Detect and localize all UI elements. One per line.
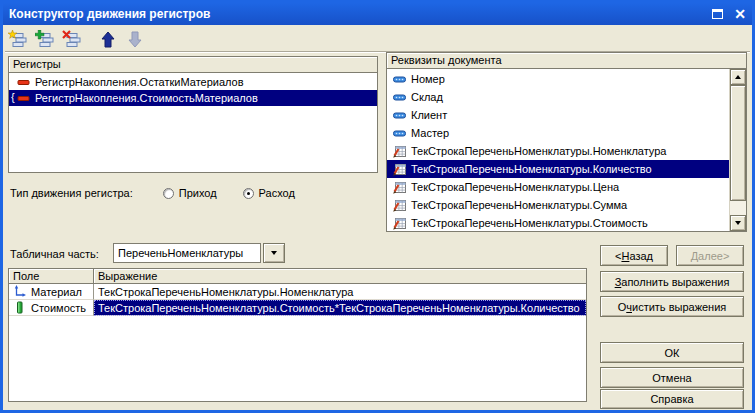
current-register-marker: { [11,91,15,103]
dialog-window: Конструктор движения регистров ✕ Регистр… [0,0,755,413]
attribute-icon [393,109,406,122]
radio-label: Приход [179,187,217,199]
column-header-field: Поле [9,269,94,283]
dropdown-arrow-icon [271,251,277,255]
move-down-icon [123,30,147,50]
maximize-icon[interactable] [712,9,723,19]
expression-text: ТекСтрокаПереченьНоменклатуры.Стоимость*… [98,302,580,314]
list-item-label: РегистрНакопления.СтоимостьМатериалов [35,92,258,104]
accumulation-register-icon [17,92,30,105]
movement-type-row: Тип движения регистра: ПриходРасход [10,187,295,199]
list-item[interactable]: ТекСтрокаПереченьНоменклатуры.Цена [387,178,729,196]
tabular-section-label: Табличная часть: [10,248,99,260]
clear-button[interactable]: Очистить выражения [600,296,744,317]
dimension-icon [13,285,26,298]
column-header-expression: Выражение [94,269,586,283]
cancel-button[interactable]: Отмена [600,367,744,388]
tabular-section-combo-value[interactable]: ПереченьНоменклатуры [113,243,261,263]
delete-register-icon[interactable] [62,30,86,50]
registers-panel-header: Регистры [8,56,378,73]
attributes-panel-header: Реквизиты документа [386,52,747,69]
new-register-icon[interactable] [8,30,32,50]
list-item-label: РегистрНакопления.ОстаткиМатериалов [35,76,244,88]
list-item-label: Склад [411,91,443,103]
document-attributes-panel: Реквизиты документа НомерСкладКлиентМаст… [386,52,747,232]
expressions-table: Поле Выражение МатериалТекСтрокаПеречень… [8,268,587,402]
list-item-label: Мастер [411,127,449,139]
expression-cell[interactable]: ТекСтрокаПереченьНоменклатуры.Стоимость*… [94,300,586,316]
toolbar [8,29,147,51]
radio-label: Расход [259,187,295,199]
list-item-label: Клиент [411,109,447,121]
window-title: Конструктор движения регистров [9,7,712,21]
triangle-up-icon [735,75,741,79]
expression-text: ТекСтрокаПереченьНоменклатуры.Номенклату… [98,286,353,298]
field-cell[interactable]: Материал [9,284,94,300]
field-name: Стоимость [31,302,86,314]
list-item[interactable]: {РегистрНакопления.СтоимостьМатериалов [9,90,377,106]
radio-option[interactable]: Расход [243,187,295,199]
next-button: Далее> [676,245,744,266]
list-item-label: ТекСтрокаПереченьНоменклатуры.Сумма [411,199,627,211]
table-row[interactable]: МатериалТекСтрокаПереченьНоменклатуры.Но… [9,284,586,300]
field-cell[interactable]: Стоимость [9,300,94,316]
scrollbar-thumb[interactable] [730,85,746,201]
table-attribute-icon [393,217,406,230]
close-icon[interactable]: ✕ [734,7,746,21]
table-attribute-icon [393,163,406,176]
list-item[interactable]: Склад [387,88,729,106]
list-item[interactable]: РегистрНакопления.ОстаткиМатериалов [9,74,377,90]
list-item[interactable]: Мастер [387,124,729,142]
list-item-label: ТекСтрокаПереченьНоменклатуры.Стоимость [411,217,648,229]
table-row[interactable]: СтоимостьТекСтрокаПереченьНоменклатуры.С… [9,300,586,316]
list-item-label: ТекСтрокаПереченьНоменклатуры.Номенклату… [411,145,666,157]
list-item[interactable]: Клиент [387,106,729,124]
list-item[interactable]: ТекСтрокаПереченьНоменклатуры.Стоимость [387,214,729,232]
attribute-icon [393,73,406,86]
list-item-label: ТекСтрокаПереченьНоменклатуры.Количество [411,163,652,175]
movement-type-radio-group: ПриходРасход [163,187,295,199]
expressions-table-header: Поле Выражение [9,269,586,284]
list-item-label: ТекСтрокаПереченьНоменклатуры.Цена [411,181,619,193]
list-item[interactable]: ТекСтрокаПереченьНоменклатуры.Количество [387,160,729,178]
movement-type-label: Тип движения регистра: [10,187,133,199]
scroll-down-button[interactable] [730,215,746,231]
attributes-list[interactable]: НомерСкладКлиентМастерТекСтрокаПереченьН… [386,69,747,232]
registers-list[interactable]: РегистрНакопления.ОстаткиМатериалов{Реги… [8,73,378,173]
resource-icon [13,301,26,314]
expressions-table-body: МатериалТекСтрокаПереченьНоменклатуры.Но… [9,284,586,316]
table-attribute-icon [393,181,406,194]
list-item[interactable]: Номер [387,70,729,88]
field-name: Материал [31,286,82,298]
attribute-icon [393,127,406,140]
titlebar[interactable]: Конструктор движения регистров ✕ [3,3,752,25]
vertical-scrollbar[interactable] [729,69,746,231]
radio-option[interactable]: Приход [163,187,217,199]
help-button[interactable]: Справка [600,389,744,409]
registers-panel: Регистры РегистрНакопления.ОстаткиМатери… [8,56,378,173]
add-register-icon[interactable] [35,30,59,50]
triangle-down-icon [735,221,741,225]
list-item-label: Номер [411,73,445,85]
list-item[interactable]: ТекСтрокаПереченьНоменклатуры.Сумма [387,196,729,214]
table-attribute-icon [393,199,406,212]
fill-button[interactable]: Заполнить выражения [600,271,744,292]
accumulation-register-icon [17,76,30,89]
expression-cell[interactable]: ТекСтрокаПереченьНоменклатуры.Номенклату… [94,284,586,300]
radio-button-icon[interactable] [163,188,174,199]
move-up-icon[interactable] [96,30,120,50]
list-item[interactable]: ТекСтрокаПереченьНоменклатуры.Номенклату… [387,142,729,160]
back-button[interactable]: <Назад [600,245,668,266]
radio-button-icon[interactable] [243,188,254,199]
ok-button[interactable]: ОК [600,342,744,363]
attribute-icon [393,91,406,104]
table-attribute-icon [393,145,406,158]
dropdown-button[interactable] [263,243,285,263]
scroll-up-button[interactable] [730,69,746,85]
